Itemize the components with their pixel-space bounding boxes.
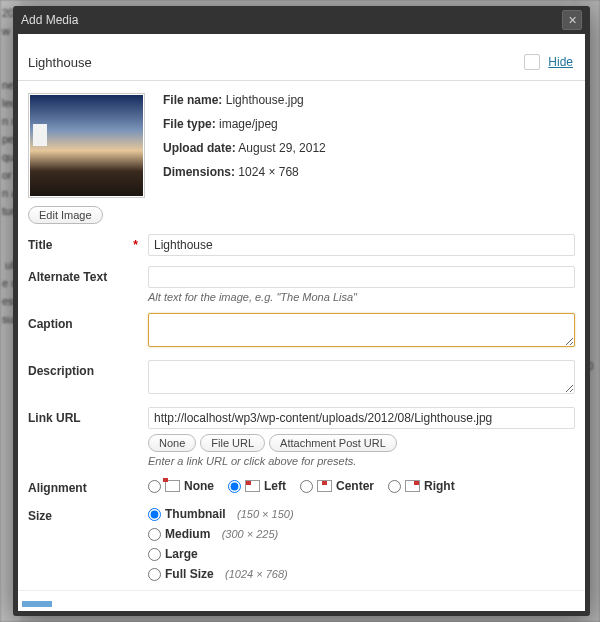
- file-meta: File name: Lighthouse.jpg File type: ima…: [163, 93, 326, 198]
- caption-label: Caption: [28, 313, 148, 331]
- align-center-icon: [317, 480, 332, 492]
- title-label: Title*: [28, 234, 148, 252]
- alignment-group: None Left Center Right: [148, 477, 575, 493]
- media-name: Lighthouse: [28, 55, 92, 70]
- alt-input[interactable]: [148, 266, 575, 288]
- dimensions-label: Dimensions:: [163, 165, 235, 179]
- link-label: Link URL: [28, 407, 148, 425]
- media-form: Title* Alternate Text Alt text for the i…: [18, 230, 585, 581]
- size-large[interactable]: Large: [148, 547, 575, 561]
- hide-link[interactable]: Hide: [548, 55, 573, 69]
- filetype-label: File type:: [163, 117, 216, 131]
- add-media-dialog: Add Media ✕ Lighthouse Hide File name: L…: [13, 6, 590, 616]
- description-input[interactable]: [148, 360, 575, 394]
- upload-value: August 29, 2012: [238, 141, 325, 155]
- alt-hint: Alt text for the image, e.g. "The Mona L…: [148, 291, 575, 303]
- link-none-button[interactable]: None: [148, 434, 196, 452]
- alignment-label: Alignment: [28, 477, 148, 495]
- hide-checkbox[interactable]: [524, 54, 540, 70]
- caption-input[interactable]: [148, 313, 575, 347]
- dialog-footer: [18, 590, 585, 611]
- size-label: Size: [28, 505, 148, 523]
- media-header: Lighthouse Hide: [18, 44, 585, 81]
- link-hint: Enter a link URL or click above for pres…: [148, 455, 575, 467]
- link-input[interactable]: [148, 407, 575, 429]
- link-attachment-button[interactable]: Attachment Post URL: [269, 434, 397, 452]
- hide-control: Hide: [524, 54, 573, 70]
- filetype-value: image/jpeg: [219, 117, 278, 131]
- size-group: Thumbnail (150 × 150) Medium (300 × 225)…: [148, 505, 575, 581]
- edit-image-button[interactable]: Edit Image: [28, 206, 103, 224]
- align-center[interactable]: Center: [300, 479, 374, 493]
- align-none[interactable]: None: [148, 479, 214, 493]
- dialog-body: Lighthouse Hide File name: Lighthouse.jp…: [18, 34, 585, 611]
- dialog-title: Add Media: [21, 13, 78, 27]
- dialog-scroll[interactable]: Lighthouse Hide File name: Lighthouse.jp…: [18, 34, 585, 611]
- media-info: File name: Lighthouse.jpg File type: ima…: [18, 81, 585, 206]
- align-right[interactable]: Right: [388, 479, 455, 493]
- close-icon[interactable]: ✕: [562, 10, 582, 30]
- dialog-titlebar: Add Media ✕: [13, 6, 590, 34]
- size-full[interactable]: Full Size (1024 × 768): [148, 567, 575, 581]
- filename-label: File name:: [163, 93, 222, 107]
- size-medium[interactable]: Medium (300 × 225): [148, 527, 575, 541]
- thumbnail-image: [28, 93, 145, 198]
- progress-bar: [22, 601, 52, 607]
- size-thumbnail[interactable]: Thumbnail (150 × 150): [148, 507, 575, 521]
- dimensions-value: 1024 × 768: [238, 165, 298, 179]
- align-right-icon: [405, 480, 420, 492]
- link-fileurl-button[interactable]: File URL: [200, 434, 265, 452]
- filename-value: Lighthouse.jpg: [226, 93, 304, 107]
- align-none-icon: [165, 480, 180, 492]
- alt-label: Alternate Text: [28, 266, 148, 284]
- title-input[interactable]: [148, 234, 575, 256]
- upload-label: Upload date:: [163, 141, 236, 155]
- align-left[interactable]: Left: [228, 479, 286, 493]
- description-label: Description: [28, 360, 148, 378]
- align-left-icon: [245, 480, 260, 492]
